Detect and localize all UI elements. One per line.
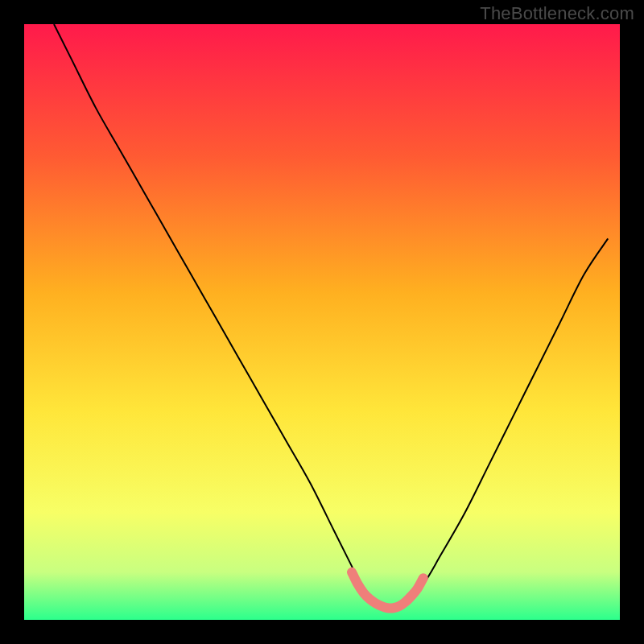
- plot-area: [24, 24, 620, 620]
- watermark-text: TheBottleneck.com: [480, 3, 634, 24]
- plot-svg: [24, 24, 620, 620]
- gradient-background: [24, 24, 620, 620]
- chart-frame: TheBottleneck.com: [0, 0, 644, 644]
